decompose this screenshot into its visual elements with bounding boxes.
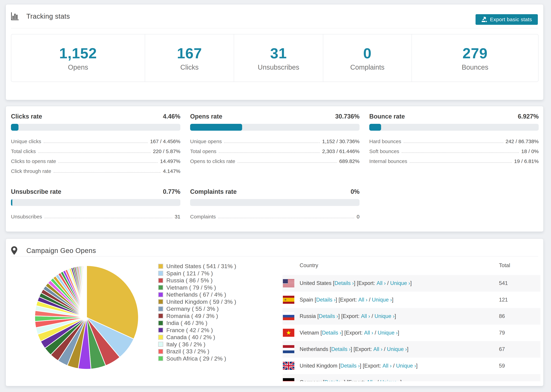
rate-row-label: Unsubscribes bbox=[11, 214, 42, 221]
export-unique-link[interactable]: Unique › bbox=[380, 379, 400, 381]
dotted-leader bbox=[402, 152, 519, 153]
legend-label: United Kingdom ( 59 / 3% ) bbox=[166, 298, 236, 305]
legend-item-south-africa[interactable]: South Africa ( 29 / 2% ) bbox=[158, 355, 281, 362]
dotted-leader bbox=[44, 218, 172, 218]
country-cell: Germany [Details ›] [Export: All › / Uni… bbox=[300, 374, 402, 381]
rate-row: Soft bounces18 / 0% bbox=[369, 145, 539, 155]
stat-label: Unsubscribes bbox=[258, 63, 299, 71]
geo-opens-pie-chart[interactable] bbox=[34, 264, 140, 371]
table-row-vn: Vietnam [Details ›] [Export: All › / Uni… bbox=[283, 325, 540, 341]
export-all-link[interactable]: All › bbox=[367, 379, 376, 381]
export-unique-link[interactable]: Unique › bbox=[390, 280, 410, 286]
details-link[interactable]: Details › bbox=[316, 297, 336, 303]
export-unique-link[interactable]: Unique › bbox=[378, 330, 398, 336]
legend-item-canada[interactable]: Canada ( 40 / 2% ) bbox=[158, 334, 281, 341]
bracket: [ bbox=[320, 330, 322, 336]
rate-title: Opens rate bbox=[190, 113, 222, 120]
details-link[interactable]: Details › bbox=[319, 313, 338, 319]
progress-bar-fill bbox=[369, 124, 381, 131]
rate-rows: Unique clicks167 / 4.456%Total clicks220… bbox=[11, 135, 180, 175]
table-row-gb: United Kingdom [Details ›] [Export: All … bbox=[283, 358, 540, 374]
legend-label: Canada ( 40 / 2% ) bbox=[166, 334, 215, 341]
rate-row-value: 242 / 86.738% bbox=[506, 139, 539, 145]
rate-value: 4.46% bbox=[163, 113, 180, 120]
export-all-link[interactable]: All › bbox=[361, 313, 370, 319]
summary-stats-box: 1,152Opens167Clicks31Unsubscribes0Compla… bbox=[11, 34, 538, 82]
export-all-link[interactable]: All › bbox=[382, 363, 391, 369]
rate-block-complaints-rate: Complaints rate0%Complaints0 bbox=[190, 182, 360, 221]
export-unique-link[interactable]: Unique › bbox=[372, 297, 392, 303]
total-cell: 59 bbox=[499, 358, 505, 374]
rate-head: Bounce rate6.927% bbox=[369, 111, 539, 122]
rates-card: Clicks rate4.46%Unique clicks167 / 4.456… bbox=[6, 106, 544, 232]
legend-item-france[interactable]: France ( 42 / 2% ) bbox=[158, 327, 281, 334]
details-link[interactable]: Details › bbox=[325, 379, 344, 381]
legend-swatch bbox=[158, 306, 163, 311]
export-basic-stats-button[interactable]: Export basic stats bbox=[475, 14, 538, 25]
dotted-leader bbox=[58, 162, 158, 163]
legend-label: United States ( 541 / 31% ) bbox=[166, 263, 236, 270]
export-label: Export: bbox=[364, 363, 382, 369]
legend-item-russia[interactable]: Russia ( 86 / 5% ) bbox=[158, 277, 281, 284]
export-label: Export: bbox=[348, 379, 367, 381]
country-name: United States bbox=[300, 280, 333, 286]
legend-item-vietnam[interactable]: Vietnam ( 79 / 5% ) bbox=[158, 284, 281, 291]
legend-swatch bbox=[158, 335, 163, 340]
legend-item-italy[interactable]: Italy ( 36 / 2% ) bbox=[158, 341, 281, 348]
bracket: [ bbox=[339, 363, 340, 369]
rate-head: Complaints rate0% bbox=[190, 186, 360, 198]
rate-value: 30.736% bbox=[335, 113, 360, 120]
rate-row-value: 31 bbox=[175, 214, 180, 221]
export-all-link[interactable]: All › bbox=[373, 346, 382, 352]
stat-cell-opens: 1,152Opens bbox=[11, 34, 145, 82]
rate-head: Opens rate30.736% bbox=[190, 111, 360, 122]
export-unique-link[interactable]: Unique › bbox=[396, 363, 416, 369]
legend-item-romania[interactable]: Romania ( 49 / 3% ) bbox=[158, 313, 281, 320]
legend-item-brazil[interactable]: Brazil ( 33 / 2% ) bbox=[158, 348, 281, 355]
slash: / bbox=[376, 379, 380, 381]
rate-row-value: 0 bbox=[357, 214, 360, 221]
rate-row-label: Total opens bbox=[190, 148, 216, 155]
export-unique-link[interactable]: Unique › bbox=[387, 346, 407, 352]
rate-row: Hard bounces242 / 86.738% bbox=[369, 135, 539, 145]
bar-chart-icon bbox=[11, 4, 19, 28]
legend-item-spain[interactable]: Spain ( 121 / 7% ) bbox=[158, 270, 281, 277]
legend-item-netherlands[interactable]: Netherlands ( 67 / 4% ) bbox=[158, 291, 281, 298]
rate-rows: Complaints0 bbox=[190, 211, 360, 221]
export-all-link[interactable]: All › bbox=[358, 297, 367, 303]
legend-item-germany[interactable]: Germany ( 55 / 3% ) bbox=[158, 305, 281, 313]
rate-title: Clicks rate bbox=[11, 113, 42, 120]
rate-row: Total clicks220 / 5.87% bbox=[11, 145, 180, 155]
nl-flag-icon bbox=[283, 345, 294, 353]
pie-slice-49[interactable] bbox=[86, 266, 87, 317]
legend-swatch bbox=[158, 328, 163, 333]
legend-item-united-states[interactable]: United States ( 541 / 31% ) bbox=[158, 263, 281, 270]
dotted-leader bbox=[224, 142, 320, 143]
rate-row: Opens to clicks rate689.82% bbox=[190, 155, 360, 165]
legend-label: Germany ( 55 / 3% ) bbox=[166, 305, 219, 312]
bracket: [ bbox=[333, 280, 335, 286]
legend-item-united-kingdom[interactable]: United Kingdom ( 59 / 3% ) bbox=[158, 298, 281, 305]
bracket: ] [ bbox=[354, 280, 358, 286]
export-label: Export: bbox=[358, 280, 377, 286]
slash: / bbox=[370, 313, 374, 319]
slash: / bbox=[382, 346, 387, 352]
dotted-leader bbox=[38, 152, 151, 153]
rate-row: Unique clicks167 / 4.456% bbox=[11, 135, 180, 145]
details-link[interactable]: Details › bbox=[331, 346, 351, 352]
details-link[interactable]: Details › bbox=[322, 330, 341, 336]
map-pin-icon bbox=[11, 239, 17, 262]
details-link[interactable]: Details › bbox=[340, 363, 360, 369]
legend-item-india[interactable]: India ( 46 / 3% ) bbox=[158, 320, 281, 327]
stat-label: Opens bbox=[68, 63, 88, 71]
rate-row-value: 2,303 / 61.446% bbox=[322, 148, 360, 155]
export-all-link[interactable]: All › bbox=[377, 280, 386, 286]
legend-swatch bbox=[158, 271, 163, 276]
details-link[interactable]: Details › bbox=[334, 280, 354, 286]
export-all-link[interactable]: All › bbox=[364, 330, 373, 336]
export-unique-link[interactable]: Unique › bbox=[374, 313, 395, 319]
geo-opens-table: Country Total United States [Details ›] … bbox=[283, 256, 540, 381]
country-cell: Spain [Details ›] [Export: All › / Uniqu… bbox=[300, 292, 393, 308]
total-cell: 79 bbox=[499, 325, 505, 341]
rate-row: Clicks to opens rate14.497% bbox=[11, 155, 180, 165]
